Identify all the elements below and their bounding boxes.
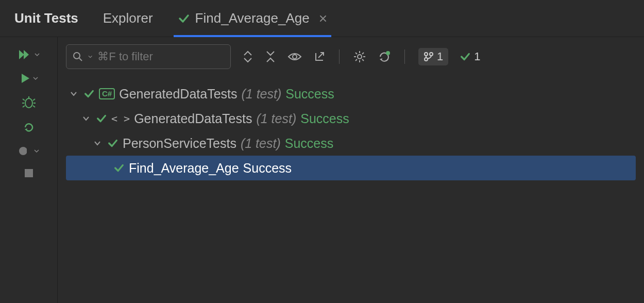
test-tree: C# GeneratedDataTests (1 test) Success <… — [66, 81, 636, 180]
expand-all-button[interactable] — [242, 50, 253, 63]
tab-explorer[interactable]: Explorer — [103, 0, 153, 37]
node-label: PersonServiceTests — [123, 136, 236, 151]
rerun-button[interactable] — [22, 121, 36, 134]
settings-button[interactable] — [353, 50, 366, 63]
branch-badge[interactable]: 1 — [418, 48, 448, 65]
svg-point-3 — [74, 53, 80, 59]
tab-find-average-age[interactable]: Find_Average_Age — [178, 0, 327, 37]
stop-button[interactable] — [24, 168, 34, 178]
namespace-icon: < > — [111, 112, 130, 125]
debug-button[interactable] — [22, 96, 36, 109]
node-status: Success — [243, 161, 292, 176]
check-icon — [107, 138, 118, 149]
svg-point-1 — [19, 147, 27, 155]
tab-bar: Unit Tests Explorer Find_Average_Age — [0, 0, 644, 37]
filter-input[interactable] — [97, 50, 224, 63]
pass-number: 1 — [474, 50, 480, 63]
node-count: (1 test) — [241, 136, 281, 151]
tree-node-namespace[interactable]: < > GeneratedDataTests (1 test) Success — [66, 106, 636, 131]
node-label: GeneratedDataTests — [119, 87, 237, 102]
check-icon — [178, 12, 190, 25]
tab-unit-tests[interactable]: Unit Tests — [14, 0, 78, 37]
node-status: Success — [285, 136, 333, 151]
svg-point-4 — [293, 55, 297, 59]
node-count: (1 test) — [241, 87, 281, 102]
left-rail — [0, 37, 58, 303]
node-count: (1 test) — [256, 111, 296, 126]
svg-point-6 — [386, 51, 390, 55]
tree-node-test[interactable]: Find_Average_Age Success — [66, 156, 636, 180]
branch-count: 1 — [437, 50, 443, 63]
svg-point-0 — [25, 98, 32, 108]
node-status: Success — [285, 87, 334, 102]
breakpoint-button[interactable] — [19, 145, 39, 157]
run-all-button[interactable] — [18, 48, 40, 61]
svg-rect-2 — [25, 169, 33, 177]
chevron-down-icon — [33, 76, 38, 81]
chevron-down-icon[interactable] — [92, 140, 103, 147]
chevron-down-icon[interactable] — [80, 115, 92, 122]
filter-input-wrapper[interactable] — [66, 44, 231, 69]
refresh-button[interactable] — [378, 50, 391, 63]
close-icon[interactable] — [319, 14, 327, 23]
tab-label: Find_Average_Age — [195, 10, 310, 26]
toolbar: 1 1 — [66, 43, 636, 70]
chevron-down-icon — [34, 148, 39, 154]
chevron-down-icon — [88, 54, 92, 59]
csharp-icon: C# — [99, 88, 115, 99]
branch-icon — [423, 52, 434, 62]
show-hide-button[interactable] — [287, 52, 302, 62]
node-status: Success — [300, 111, 349, 126]
search-icon — [73, 52, 83, 62]
tab-label: Unit Tests — [14, 10, 78, 26]
run-button[interactable] — [20, 72, 38, 85]
divider — [404, 49, 405, 64]
check-icon — [113, 162, 125, 174]
node-label: GeneratedDataTests — [134, 111, 252, 126]
collapse-all-button[interactable] — [265, 50, 276, 63]
svg-point-5 — [358, 55, 362, 59]
svg-point-8 — [430, 53, 433, 56]
export-button[interactable] — [313, 50, 326, 63]
svg-point-9 — [425, 58, 428, 61]
check-icon — [460, 51, 471, 62]
main-panel: 1 1 C# GeneratedDataTests (1 test) — [58, 37, 644, 303]
divider — [339, 49, 340, 64]
svg-point-7 — [425, 53, 428, 56]
chevron-down-icon[interactable] — [68, 90, 79, 97]
tab-label: Explorer — [103, 10, 153, 26]
tree-node-assembly[interactable]: C# GeneratedDataTests (1 test) Success — [66, 81, 636, 106]
tree-node-class[interactable]: PersonServiceTests (1 test) Success — [66, 131, 636, 156]
node-label: Find_Average_Age — [129, 161, 239, 176]
check-icon — [96, 113, 107, 124]
chevron-down-icon — [35, 52, 40, 57]
check-icon — [83, 88, 95, 99]
passed-count: 1 — [460, 50, 480, 63]
